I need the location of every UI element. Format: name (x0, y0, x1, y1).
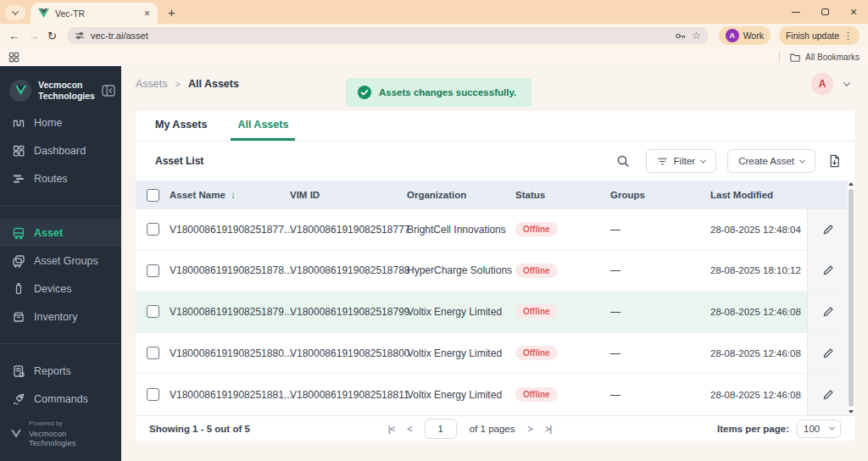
asset-name-cell: V1800086191908251879... (170, 306, 290, 318)
sidebar-item-dashboard[interactable]: Dashboard (0, 136, 121, 164)
sidebar-item-asset[interactable]: Asset (0, 219, 121, 247)
address-bar[interactable]: vec-tr.ai/asset ☆ (67, 27, 709, 44)
sidebar-item-asset-groups[interactable]: Asset Groups (0, 247, 121, 275)
edit-asset-button[interactable] (819, 386, 837, 404)
table-scrollbar[interactable] (847, 182, 854, 414)
bookmark-star-icon[interactable]: ☆ (692, 31, 701, 41)
next-page-button[interactable]: > (527, 424, 531, 434)
filter-button[interactable]: Filter (646, 149, 717, 173)
row-checkbox[interactable] (147, 264, 159, 277)
apps-grid-icon[interactable] (8, 52, 19, 63)
browser-tab-strip: Vec-TR × + × (0, 0, 868, 24)
favicon-vue-logo (38, 8, 49, 18)
sidebar-item-devices[interactable]: Devices (0, 275, 121, 303)
sidebar: VecmoconTechnologies HomeDashboardRoutes… (0, 66, 121, 461)
devices-icon (12, 282, 25, 296)
last-modified-cell: 28-08-2025 12:46:08 (710, 307, 807, 317)
scrollbar-thumb[interactable] (849, 189, 854, 407)
table-row[interactable]: V1800086191908251880... V180008619190825… (136, 333, 854, 375)
create-asset-button[interactable]: Create Asset (727, 149, 815, 173)
tab-all-assets[interactable]: All Assets (231, 111, 295, 141)
tab-my-assets[interactable]: My Assets (148, 111, 214, 141)
status-badge: Offline (515, 346, 558, 360)
reload-button[interactable]: ↻ (47, 31, 57, 42)
back-button[interactable]: ← (8, 31, 19, 42)
browser-tab[interactable]: Vec-TR × (31, 3, 158, 24)
edit-asset-button[interactable] (819, 220, 837, 239)
sidebar-item-commands[interactable]: Commands (0, 385, 121, 411)
row-checkbox[interactable] (147, 388, 159, 401)
row-actions-cell (807, 251, 848, 292)
chevron-down-icon[interactable] (843, 79, 850, 86)
breadcrumb-all-assets: All Assets (188, 78, 239, 90)
window-minimize-button[interactable] (782, 0, 810, 24)
table-row[interactable]: V1800086191908251881... V180008619190825… (136, 374, 854, 415)
table-row[interactable]: V1800086191908251877... V180008619190825… (136, 209, 854, 251)
column-last-modified: Last Modified (710, 190, 807, 200)
sidebar-item-routes[interactable]: Routes (0, 164, 121, 192)
organization-cell: BrightCell Innovations (407, 224, 515, 236)
avatar[interactable]: A (811, 73, 833, 95)
select-all-checkbox[interactable] (147, 189, 159, 202)
window-close-button[interactable]: × (839, 0, 868, 24)
tab-close-icon[interactable]: × (144, 8, 150, 19)
status-badge: Offline (515, 387, 558, 402)
sort-desc-icon[interactable]: ↓ (231, 189, 236, 201)
table-row[interactable]: V1800086191908251878... V180008619190825… (136, 251, 854, 292)
vecmocon-logo (9, 80, 31, 102)
site-settings-icon[interactable] (75, 31, 85, 41)
profile-chip[interactable]: A Work (719, 26, 771, 45)
chevron-down-icon (799, 157, 805, 163)
sidebar-divider (0, 205, 121, 206)
organization-cell: Voltix Energy Limited (407, 389, 515, 401)
row-actions-cell (807, 209, 848, 250)
asset-name-cell: V1800086191908251880... (170, 347, 290, 359)
all-bookmarks-button[interactable]: All Bookmarks (779, 52, 860, 62)
row-checkbox[interactable] (147, 223, 159, 236)
user-menu[interactable]: A (811, 73, 849, 95)
close-icon: × (850, 6, 857, 18)
kebab-menu-icon[interactable]: ⋮ (843, 31, 853, 42)
pagination-summary: Showing 1 - 5 out of 5 (149, 424, 250, 434)
table-row[interactable]: V1800086191908251879... V180008619190825… (136, 292, 854, 333)
breadcrumb: Assets > All Assets (136, 78, 239, 90)
column-asset-name[interactable]: Asset Name ↓ (170, 189, 290, 201)
tab-search-button[interactable] (5, 5, 25, 20)
sidebar-collapse-button[interactable] (102, 85, 115, 97)
inventory-icon (12, 310, 25, 324)
finish-update-label: Finish update (786, 31, 839, 41)
main-content: Assets > All Assets A Assets changes suc… (121, 66, 868, 461)
sidebar-item-reports[interactable]: Reports (0, 357, 121, 385)
first-page-button[interactable]: |< (388, 424, 395, 434)
sidebar-item-label: Asset (34, 227, 63, 239)
breadcrumb-assets[interactable]: Assets (136, 78, 168, 90)
scroll-down-icon[interactable] (849, 410, 854, 414)
scroll-up-icon[interactable] (849, 182, 854, 186)
row-checkbox[interactable] (147, 305, 159, 318)
minimize-icon (792, 12, 800, 13)
finish-update-button[interactable]: Finish update ⋮ (779, 26, 860, 45)
export-file-icon[interactable] (828, 154, 841, 168)
edit-asset-button[interactable] (819, 344, 837, 363)
edit-asset-button[interactable] (819, 261, 837, 280)
status-badge: Offline (515, 222, 558, 236)
sidebar-item-home[interactable]: Home (0, 114, 121, 136)
page-number-input[interactable] (425, 419, 457, 439)
window-maximize-button[interactable] (810, 0, 839, 24)
password-key-icon[interactable] (675, 31, 686, 42)
create-asset-label: Create Asset (738, 156, 794, 166)
new-tab-button[interactable]: + (168, 6, 175, 19)
items-per-page-select[interactable]: 100 (797, 419, 841, 438)
column-vim-id: VIM ID (290, 190, 407, 200)
edit-asset-button[interactable] (819, 303, 837, 321)
last-modified-cell: 28-08-2025 18:10:12 (710, 265, 807, 275)
success-toast: Assets changes successfully. (346, 78, 531, 107)
row-checkbox[interactable] (147, 347, 159, 359)
items-per-page-value: 100 (804, 424, 820, 434)
sidebar-item-inventory[interactable]: Inventory (0, 303, 121, 330)
folder-icon (790, 53, 800, 62)
prev-page-button[interactable]: < (407, 424, 411, 434)
last-page-button[interactable]: >| (545, 424, 552, 434)
search-icon[interactable] (616, 154, 630, 168)
forward-button[interactable]: → (28, 31, 39, 42)
